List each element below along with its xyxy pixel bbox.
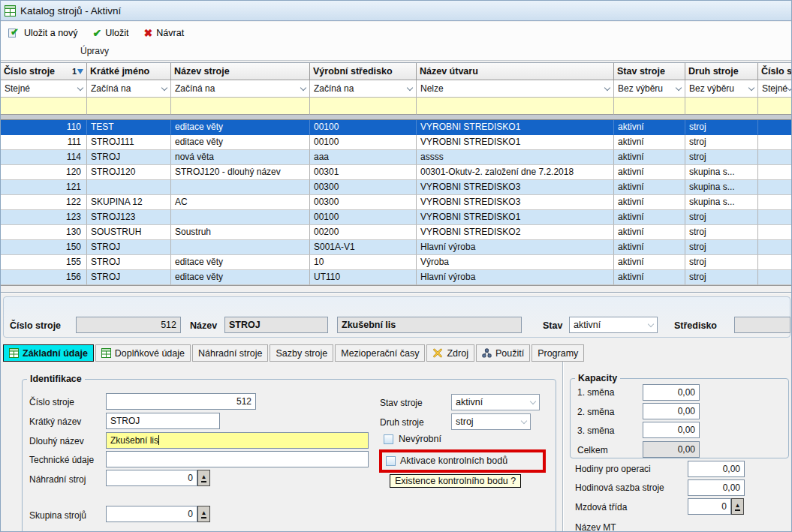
table-cell[interactable]: 122 [1, 195, 87, 210]
table-cell[interactable]: skupina s... [685, 195, 758, 210]
table-cell[interactable]: skupina s... [685, 180, 758, 195]
column-header[interactable]: Krátké jméno [87, 63, 171, 80]
table-cell[interactable]: VYROBNI STREDISKO3 [417, 195, 614, 210]
table-cell[interactable]: VYROBNI STREDISKO2 [417, 225, 614, 240]
table-cell[interactable]: Hlavní výroba [417, 270, 614, 285]
cislo-stroje-input[interactable]: 512 [106, 393, 256, 410]
hodinova-sazba-input[interactable]: 0,00 [688, 479, 745, 496]
table-row[interactable]: 123STROJ12300100VYROBNI STREDISKO1aktivn… [1, 210, 792, 225]
shift2-input[interactable]: 0,00 [643, 403, 700, 419]
table-cell[interactable]: STROJ120 - dlouhý název [171, 165, 310, 180]
table-cell[interactable]: aktivní [614, 240, 685, 255]
table-cell[interactable]: STROJ [87, 270, 171, 285]
table-cell[interactable]: assss [417, 150, 614, 165]
table-cell[interactable]: aktivní [614, 180, 685, 195]
table-cell[interactable]: aaa [310, 150, 417, 165]
table-cell[interactable]: Soustruh [171, 225, 310, 240]
table-cell[interactable]: 00301 [310, 165, 417, 180]
table-cell[interactable]: 00100 [310, 210, 417, 225]
table-cell[interactable] [87, 180, 171, 195]
filter-dropdown[interactable]: Začíná na [171, 80, 310, 98]
filter-input[interactable] [614, 98, 685, 115]
column-header[interactable]: Stav stroje [614, 63, 685, 80]
table-cell[interactable]: STROJ123 [87, 210, 171, 225]
table-cell[interactable] [171, 240, 310, 255]
table-cell[interactable]: aktivní [614, 150, 685, 165]
filter-dropdown[interactable]: Bez výběru [614, 80, 685, 98]
table-cell[interactable]: stroj [685, 270, 758, 285]
tab-sazby-stroje[interactable]: Sazby stroje [270, 344, 333, 362]
table-cell[interactable]: 110 [1, 120, 87, 135]
filter-input[interactable] [310, 98, 417, 115]
table-cell[interactable]: VYROBNI STREDISKO1 [417, 210, 614, 225]
filter-input[interactable] [758, 98, 792, 115]
column-header[interactable]: Druh stroje [685, 63, 758, 80]
table-cell[interactable] [758, 210, 792, 225]
tab-nahradni-stroje[interactable]: Náhradní stroje [192, 344, 268, 362]
technicke-udaje-input[interactable] [106, 451, 369, 467]
table-cell[interactable]: Výroba [417, 255, 614, 270]
table-cell[interactable]: TEST [87, 120, 171, 135]
table-cell[interactable]: 121 [1, 180, 87, 195]
filter-dropdown[interactable]: Stejné [1, 80, 87, 98]
return-button[interactable]: ✖ Návrat [143, 25, 186, 41]
table-cell[interactable]: 114 [1, 150, 87, 165]
table-cell[interactable]: 155 [1, 255, 87, 270]
table-cell[interactable]: 00300 [310, 195, 417, 210]
table-cell[interactable]: STROJ111 [87, 135, 171, 150]
table-cell[interactable]: VYROBNI STREDISKO1 [417, 120, 614, 135]
table-cell[interactable] [758, 240, 792, 255]
filter-dropdown[interactable]: Stejné [758, 80, 792, 98]
table-row[interactable]: 150STROJS001A-V1Hlavní výrobaaktivnístro… [1, 240, 792, 255]
table-cell[interactable]: 156 [1, 270, 87, 285]
table-cell[interactable]: editace věty [171, 270, 310, 285]
table-cell[interactable]: 00301-Okutv-2. založení dne 7.2.2018 [417, 165, 614, 180]
tab-zakladni-udaje[interactable]: Základní údaje [3, 344, 94, 362]
tab-programy[interactable]: Programy [532, 344, 584, 362]
column-header[interactable]: Výrobní středisko [310, 63, 417, 80]
save-button[interactable]: ✔ Uložit [92, 25, 131, 41]
table-cell[interactable] [758, 270, 792, 285]
table-cell[interactable]: Hlavní výroba [417, 240, 614, 255]
hodiny-pro-operaci-input[interactable]: 0,00 [688, 461, 745, 477]
table-cell[interactable] [758, 180, 792, 195]
table-cell[interactable]: 10 [310, 255, 417, 270]
table-cell[interactable]: VYROBNI STREDISKO3 [417, 180, 614, 195]
filter-dropdown[interactable]: Začíná na [310, 80, 417, 98]
mzdova-trida-spinner-button[interactable]: ▲ [731, 498, 744, 515]
filter-dropdown[interactable]: Začíná na [87, 80, 171, 98]
table-cell[interactable]: 00100 [310, 135, 417, 150]
aktivace-kontrolnich-bodu-checkbox[interactable] [386, 456, 396, 466]
table-cell[interactable]: stroj [685, 255, 758, 270]
table-row[interactable]: 155STROJeditace věty10Výrobaaktivnístroj [1, 255, 792, 270]
shift3-input[interactable]: 0,00 [643, 422, 700, 438]
skupina-stroju-spinner-button[interactable]: ▲ [197, 506, 210, 522]
table-cell[interactable] [758, 165, 792, 180]
table-cell[interactable]: 00100 [310, 120, 417, 135]
column-header[interactable]: Číslo sk [758, 63, 792, 80]
table-cell[interactable]: editace věty [171, 120, 310, 135]
table-cell[interactable] [758, 255, 792, 270]
table-row[interactable]: 12100300VYROBNI STREDISKO3aktivnískupina… [1, 180, 792, 195]
skupina-stroju-input[interactable]: 0 [106, 506, 197, 522]
table-cell[interactable]: aktivní [614, 195, 685, 210]
stav-stroje-select[interactable]: aktivní [451, 394, 540, 410]
table-cell[interactable] [758, 195, 792, 210]
table-row[interactable]: 110TESTeditace věty00100VYROBNI STREDISK… [1, 120, 792, 135]
tab-zdroj[interactable]: Zdroj [426, 344, 474, 362]
filter-dropdown[interactable]: Bez výběru [685, 80, 758, 98]
dlouhy-nazev-input[interactable]: Zkušební lis [106, 432, 369, 449]
table-cell[interactable]: AC [171, 195, 310, 210]
table-cell[interactable]: 00300 [310, 180, 417, 195]
mzdova-trida-input[interactable]: 0 [688, 498, 731, 515]
table-cell[interactable]: skupina s... [685, 165, 758, 180]
table-cell[interactable]: aktivní [614, 225, 685, 240]
table-cell[interactable]: editace věty [171, 255, 310, 270]
table-cell[interactable] [171, 210, 310, 225]
detail-stav-select[interactable]: aktivní [569, 317, 658, 333]
filter-input[interactable] [685, 98, 758, 115]
table-cell[interactable]: 123 [1, 210, 87, 225]
tab-mezioperacni-casy[interactable]: Mezioperační časy [335, 344, 425, 362]
filter-input[interactable] [87, 98, 171, 115]
table-cell[interactable]: aktivní [614, 270, 685, 285]
